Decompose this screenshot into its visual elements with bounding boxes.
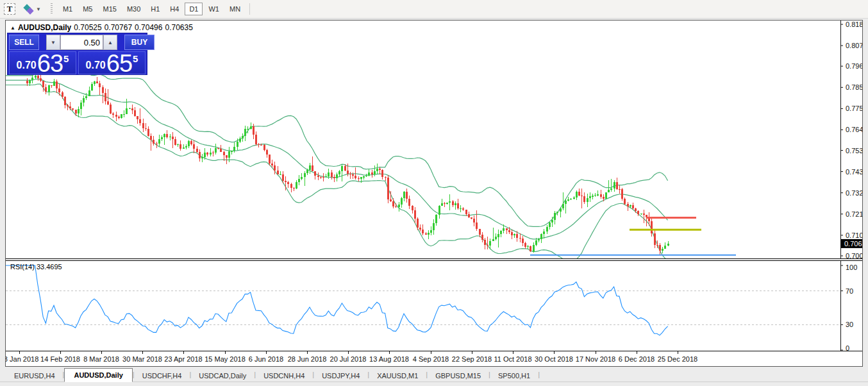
date-axis: 23 Jan 201814 Feb 20188 Mar 201830 Mar 2… [6, 351, 862, 366]
tab-xauusd-m1[interactable]: XAUUSD,M1 [369, 369, 426, 382]
symbol-period-label: AUDUSD,Daily [18, 23, 71, 32]
trade-panel-toggle[interactable]: ▲ [10, 25, 15, 31]
date-label: 30 Mar 2018 [122, 355, 162, 363]
chart-tabs: EURUSD,H4|AUDUSD,Daily|USDCHF,H4|USDCAD,… [0, 367, 868, 386]
svg-text:0.73220: 0.73220 [846, 189, 862, 197]
ohlc-high: 0.70767 [104, 23, 132, 32]
tab-separator: | [538, 371, 540, 378]
rsi-pane[interactable]: 10070300 RSI(14) 33.4695 [6, 261, 862, 351]
date-label: 11 Oct 2018 [494, 355, 531, 363]
svg-text:0.70635: 0.70635 [844, 240, 862, 248]
buy-price-small: 0.70 [86, 60, 106, 71]
one-click-trade-panel: SELL ▼ ▲ BUY 0.70 63 5 0.70 65 5 [7, 33, 147, 75]
buy-price-pip: 5 [133, 53, 138, 64]
svg-text:0.77510: 0.77510 [846, 105, 862, 112]
tab-gbpusd-m15[interactable]: GBPUSD,M15 [428, 369, 488, 382]
date-label: 14 Feb 2018 [40, 355, 80, 363]
toolbar-grip[interactable] [51, 3, 53, 15]
date-label: 13 Aug 2018 [369, 355, 409, 363]
chart-title: ▲ AUDUSD,Daily 0.70525 0.70767 0.70496 0… [10, 23, 193, 32]
svg-text:0.74300: 0.74300 [846, 168, 862, 176]
svg-text:0.70010: 0.70010 [846, 252, 862, 258]
toolbar-separator [249, 3, 250, 15]
rsi-canvas[interactable]: 10070300 [6, 261, 862, 351]
buy-button[interactable]: BUY [124, 35, 154, 50]
svg-text:0.81800: 0.81800 [846, 21, 862, 28]
main-chart-pane[interactable]: 0.818000.807200.796700.785900.775100.764… [6, 21, 862, 258]
tab-sp500-h1[interactable]: SP500,H1 [490, 369, 538, 382]
mt4-terminal: { "toolbar": { "text_tool_label": "T", "… [0, 0, 868, 386]
tab-eurusd-h4[interactable]: EURUSD,H4 [6, 369, 63, 382]
date-label: 30 Oct 2018 [535, 355, 573, 363]
svg-text:70: 70 [846, 287, 853, 295]
date-label: 15 May 2018 [204, 355, 246, 363]
svg-text:0.76430: 0.76430 [846, 126, 862, 133]
date-label: 6 Dec 2018 [619, 355, 655, 363]
volume-input[interactable] [60, 35, 103, 50]
timeframe-h4[interactable]: H4 [165, 3, 183, 15]
indicators-icon [24, 4, 34, 14]
svg-text:100: 100 [846, 264, 857, 271]
sell-price-pip: 5 [63, 53, 69, 64]
date-label: 25 Dec 2018 [658, 355, 697, 363]
svg-text:0.78590: 0.78590 [846, 83, 862, 91]
date-label: 17 Nov 2018 [576, 355, 615, 363]
tab-usdcad-daily[interactable]: USDCAD,Daily [191, 369, 254, 382]
sell-price-box[interactable]: 0.70 63 5 [9, 51, 76, 74]
svg-text:0: 0 [846, 344, 849, 351]
volume-decrease-button[interactable]: ▼ [46, 35, 60, 50]
timeframe-m30[interactable]: M30 [122, 3, 145, 15]
chart-window: 0.818000.807200.796700.785900.775100.764… [5, 20, 863, 367]
timeframe-mn[interactable]: MN [225, 3, 245, 15]
ohlc-low: 0.70496 [135, 23, 162, 32]
date-label: 20 Jul 2018 [330, 355, 367, 363]
timeframe-m15[interactable]: M15 [98, 3, 121, 15]
svg-text:0.72140: 0.72140 [846, 210, 862, 218]
tab-usdjpy-h4[interactable]: USDJPY,H4 [314, 369, 367, 382]
buy-price-big: 65 [106, 54, 132, 73]
volume-increase-button[interactable]: ▲ [103, 35, 117, 50]
date-label: 23 Apr 2018 [164, 355, 202, 363]
date-label: 28 Jun 2018 [288, 355, 327, 363]
indicators-button[interactable]: ▼ [22, 3, 43, 15]
chevron-down-icon: ▼ [36, 6, 41, 12]
svg-text:30: 30 [846, 321, 853, 328]
tab-usdchf-h4[interactable]: USDCHF,H4 [135, 369, 190, 382]
svg-text:0.71060: 0.71060 [846, 231, 862, 239]
timeframe-m5[interactable]: M5 [78, 3, 97, 15]
timeframe-d1[interactable]: D1 [185, 3, 203, 15]
buy-price-box[interactable]: 0.70 65 5 [78, 51, 146, 74]
volume-stepper: ▼ ▲ [40, 35, 123, 50]
ohlc-open: 0.70525 [74, 23, 101, 32]
toolbar: T ▼ M1M5M15M30H1H4D1W1MN [0, 0, 868, 19]
sell-price-small: 0.70 [17, 60, 37, 71]
svg-text:0.80720: 0.80720 [846, 42, 862, 49]
tab-audusd-daily[interactable]: AUDUSD,Daily [64, 368, 132, 382]
rsi-label: RSI(14) 33.4695 [10, 263, 62, 271]
date-label: 22 Sep 2018 [452, 355, 492, 363]
sell-price-big: 63 [37, 54, 63, 73]
timeframe-w1[interactable]: W1 [204, 3, 224, 15]
sell-button[interactable]: SELL [9, 35, 39, 50]
svg-text:0.79670: 0.79670 [846, 62, 862, 70]
timeframe-m1[interactable]: M1 [58, 3, 77, 15]
ohlc-close: 0.70635 [165, 23, 192, 32]
date-label: 6 Jun 2018 [249, 355, 283, 363]
date-label: 4 Sep 2018 [413, 355, 449, 363]
timeframe-h1[interactable]: H1 [146, 3, 164, 15]
tab-usdcnh-h4[interactable]: USDCNH,H4 [256, 369, 312, 382]
date-label: 8 Mar 2018 [83, 355, 119, 363]
date-label: 23 Jan 2018 [6, 355, 38, 363]
svg-text:0.75380: 0.75380 [846, 147, 862, 155]
text-tool-button[interactable]: T [4, 3, 15, 15]
